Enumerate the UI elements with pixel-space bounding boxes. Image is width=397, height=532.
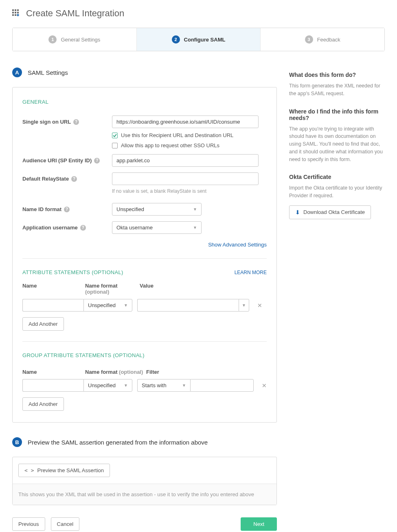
col-format-header: Name format xyxy=(85,283,117,289)
nameid-format-select[interactable]: Unspecified ▼ xyxy=(112,203,202,216)
svg-rect-3 xyxy=(12,12,14,13)
chevron-down-icon: ▼ xyxy=(124,303,128,307)
sidebar-h3: Okta Certificate xyxy=(289,174,385,180)
preview-card: < > Preview the SAML Assertion This show… xyxy=(12,457,277,505)
help-icon[interactable]: ? xyxy=(80,225,86,231)
app-username-select[interactable]: Okta username ▼ xyxy=(112,221,202,234)
help-icon[interactable]: ? xyxy=(71,176,77,182)
help-icon[interactable]: ? xyxy=(73,119,79,125)
step-label: Configure SAML xyxy=(184,37,226,43)
group-format-select[interactable]: Unspecified ▼ xyxy=(83,379,132,392)
app-username-label: Application username xyxy=(22,225,78,231)
recipient-url-label: Use this for Recipient URL and Destinati… xyxy=(121,132,233,138)
group-format-value: Unspecified xyxy=(88,382,116,388)
other-sso-checkbox[interactable] xyxy=(112,143,118,148)
sidebar-p1: This form generates the XML needed for t… xyxy=(289,82,385,98)
recipient-url-checkbox[interactable] xyxy=(112,133,118,138)
group-filter-value: Starts with xyxy=(142,382,167,388)
wizard-steps: 1 General Settings 2 Configure SAML 3 Fe… xyxy=(12,28,385,51)
step-number-badge: 3 xyxy=(305,35,313,44)
group-filter-input[interactable] xyxy=(190,379,254,392)
page-title: Create SAML Integration xyxy=(26,8,124,19)
group-name-input[interactable] xyxy=(22,379,83,392)
help-icon[interactable]: ? xyxy=(94,158,100,164)
attribute-row: Unspecified ▼ ▼ ✕ xyxy=(22,299,267,312)
add-another-attr-button[interactable]: Add Another xyxy=(22,317,64,331)
svg-rect-1 xyxy=(15,9,16,11)
help-icon[interactable]: ? xyxy=(64,207,70,212)
preview-saml-button[interactable]: < > Preview the SAML Assertion xyxy=(18,464,110,477)
svg-rect-6 xyxy=(12,14,14,16)
download-icon: ⬇ xyxy=(295,209,300,216)
nameid-format-value: Unspecified xyxy=(116,206,144,212)
wizard-step-configure-saml[interactable]: 2 Configure SAML xyxy=(137,28,261,51)
sidebar-p3: Import the Okta certificate to your Iden… xyxy=(289,184,385,200)
saml-settings-card: GENERAL Single sign on URL ? Use this fo… xyxy=(12,87,277,423)
code-icon: < > xyxy=(24,467,34,473)
svg-rect-0 xyxy=(12,9,14,11)
download-cert-button[interactable]: ⬇ Download Okta Certificate xyxy=(289,205,371,219)
step-label: General Settings xyxy=(61,37,100,43)
section-b-badge: B xyxy=(12,437,22,447)
col-format-optional: (optional) xyxy=(119,369,143,375)
step-number-badge: 2 xyxy=(172,35,180,44)
section-a-title: SAML Settings xyxy=(28,69,68,76)
sidebar-p2: The app you're trying to integrate with … xyxy=(289,125,385,164)
previous-button[interactable]: Previous xyxy=(12,517,45,531)
relaystate-hint: If no value is set, a blank RelayState i… xyxy=(112,188,267,194)
preview-hint: This shows you the XML that will be used… xyxy=(13,484,276,505)
learn-more-link[interactable]: LEARN MORE xyxy=(235,270,267,275)
wizard-step-feedback[interactable]: 3 Feedback xyxy=(261,28,384,51)
audience-uri-input[interactable] xyxy=(112,154,259,167)
apps-grid-icon xyxy=(12,9,20,17)
remove-row-icon[interactable]: ✕ xyxy=(262,382,267,389)
chevron-down-icon: ▼ xyxy=(182,383,186,388)
svg-rect-2 xyxy=(17,9,19,11)
sso-url-label: Single sign on URL xyxy=(22,119,71,125)
add-another-group-button[interactable]: Add Another xyxy=(22,397,64,411)
col-filter-header: Filter xyxy=(146,369,267,375)
section-b-title: Preview the SAML assertion generated fro… xyxy=(28,439,208,446)
attr-name-input[interactable] xyxy=(22,299,83,312)
wizard-step-general[interactable]: 1 General Settings xyxy=(13,28,137,51)
col-value-header: Value xyxy=(140,283,267,295)
col-format-optional: (optional) xyxy=(85,289,109,295)
relaystate-input[interactable] xyxy=(112,172,259,185)
sidebar-h2: Where do I find the info this form needs… xyxy=(289,108,385,121)
attr-value-input[interactable] xyxy=(137,299,239,312)
nameid-format-label: Name ID format xyxy=(22,206,61,212)
col-name-header: Name xyxy=(22,369,85,375)
sso-url-input[interactable] xyxy=(112,116,259,128)
other-sso-label: Allow this app to request other SSO URLs xyxy=(121,142,219,148)
relaystate-label: Default RelayState xyxy=(22,176,69,182)
step-number-badge: 1 xyxy=(48,35,57,44)
col-format-header: Name format xyxy=(85,369,117,375)
svg-rect-7 xyxy=(15,14,16,16)
col-name-header: Name xyxy=(22,283,85,295)
attr-format-select[interactable]: Unspecified ▼ xyxy=(83,299,132,312)
svg-rect-5 xyxy=(17,12,19,13)
general-heading: GENERAL xyxy=(22,99,267,105)
show-advanced-link[interactable]: Show Advanced Settings xyxy=(208,242,267,248)
attr-format-value: Unspecified xyxy=(88,302,116,308)
chevron-down-icon: ▼ xyxy=(193,225,197,230)
group-attribute-heading: GROUP ATTRIBUTE STATEMENTS (OPTIONAL) xyxy=(22,352,267,358)
attr-value-picker[interactable]: ▼ xyxy=(239,299,249,312)
group-attribute-row: Unspecified ▼ Starts with ▼ ✕ xyxy=(22,379,267,392)
chevron-down-icon: ▼ xyxy=(124,383,128,388)
cancel-button[interactable]: Cancel xyxy=(51,517,79,531)
section-a-badge: A xyxy=(12,68,22,77)
step-label: Feedback xyxy=(317,37,340,43)
sidebar-h1: What does this form do? xyxy=(289,72,385,78)
app-username-value: Okta username xyxy=(116,225,153,231)
attribute-statements-heading: ATTRIBUTE STATEMENTS (OPTIONAL) xyxy=(22,269,123,275)
chevron-down-icon: ▼ xyxy=(193,207,197,211)
remove-row-icon[interactable]: ✕ xyxy=(257,302,262,309)
group-filter-select[interactable]: Starts with ▼ xyxy=(137,379,190,392)
next-button[interactable]: Next xyxy=(241,517,277,531)
audience-uri-label: Audience URI (SP Entity ID) xyxy=(22,157,92,164)
svg-rect-4 xyxy=(15,12,16,13)
